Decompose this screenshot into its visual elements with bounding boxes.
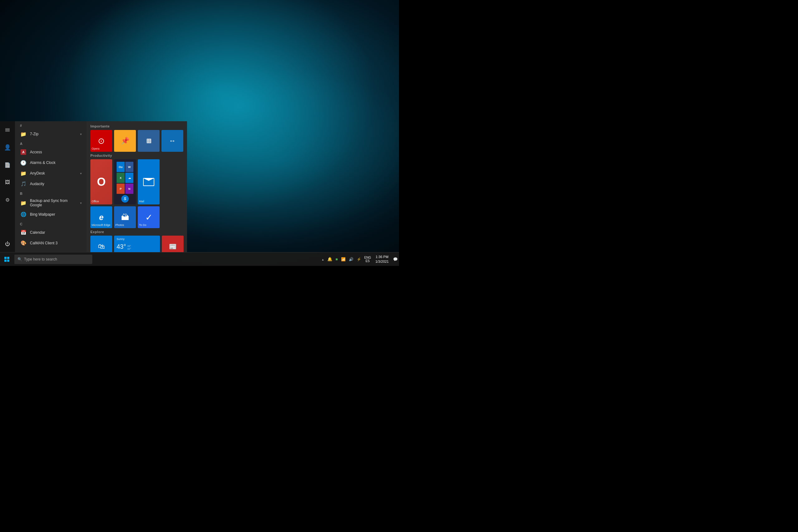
tile-office[interactable]: O Office	[90, 159, 112, 205]
office-icon: O	[97, 175, 106, 189]
time-display: 1:36 PM	[376, 254, 388, 259]
sidebar-power[interactable]: ⏻	[1, 238, 14, 250]
windows-logo-icon	[4, 257, 10, 262]
edge-icon: e	[99, 212, 103, 222]
tile-teamviewer[interactable]: ↔	[162, 130, 183, 152]
weather-high: 43°	[127, 245, 131, 247]
productivity-tiles-row-1: O Office Ou W X	[90, 159, 183, 205]
tile-microsoft-store[interactable]: 🛍 Microsoft Store	[90, 235, 112, 252]
mail-tile-label: Mail	[139, 200, 144, 203]
date-display: 1/3/2021	[375, 259, 389, 264]
chevron-up-icon: ▲	[321, 258, 324, 261]
weather-range: 43° 32°	[127, 245, 131, 250]
tile-opera[interactable]: ⊙ Opera	[90, 130, 112, 152]
start-sidebar: 👤 📄 🖼 ⚙ ⏻	[0, 121, 15, 252]
region-label: ES	[366, 259, 370, 263]
sidebar-pictures[interactable]: 🖼	[1, 176, 14, 189]
productivity-tiles-row-2: e Microsoft Edge 🏔 Photos ✓ To Do	[90, 206, 183, 228]
app-item-bing-wallpaper[interactable]: 🌐 Bing Wallpaper	[15, 209, 87, 220]
tiles-section-productivity: Productivity	[90, 154, 183, 157]
tray-icon-volume[interactable]: 🔊	[347, 256, 355, 262]
language-label: ENG	[364, 256, 371, 259]
taskbar-search-bar[interactable]: 🔍 Type here to search	[14, 254, 92, 264]
tray-icon-task-manager[interactable]: ■	[334, 256, 339, 262]
taskbar: 🔍 Type here to search ▲ 🔔 ■ 📶 🔊 ⚡ ENG ES…	[0, 252, 399, 266]
expand-icon-7zip: ▾	[80, 132, 82, 136]
vmware-icon: ⊞	[146, 137, 152, 145]
importante-tiles-row: ⊙ Opera 📌 ⊞ ↔	[90, 130, 183, 152]
app-name-bing-wallpaper: Bing Wallpaper	[30, 212, 82, 216]
office-suite-grid: Ou W X ☁ P	[115, 160, 135, 195]
tile-mail[interactable]: Mail	[138, 159, 159, 205]
suite-onenote: N	[125, 184, 133, 194]
start-menu: 👤 📄 🖼 ⚙ ⏻ # 📁 7-Zip ▾ A A Access 🕐 Alarm…	[0, 121, 187, 252]
app-name-alarms-clock: Alarms & Clock	[30, 160, 82, 165]
suite-word: W	[125, 162, 133, 172]
tile-to-do[interactable]: ✓ To Do	[138, 206, 159, 228]
app-name-access: Access	[30, 150, 82, 154]
tiles-section-importante: Importante	[90, 125, 183, 128]
tile-sticky-notes[interactable]: 📌	[114, 130, 136, 152]
search-placeholder: Type here to search	[24, 257, 57, 262]
app-list[interactable]: # 📁 7-Zip ▾ A A Access 🕐 Alarms & Clock …	[15, 121, 87, 252]
sidebar-user[interactable]: 👤	[1, 141, 14, 154]
search-icon: 🔍	[17, 257, 22, 262]
tile-microsoft-edge[interactable]: e Microsoft Edge	[90, 206, 112, 228]
system-clock[interactable]: 1:36 PM 1/3/2021	[373, 254, 391, 264]
folder-icon-anydesk: 📁	[20, 170, 27, 177]
edge-tile-label: Microsoft Edge	[92, 224, 110, 227]
app-item-calman[interactable]: 🎨 CalMAN Client 3	[15, 238, 87, 248]
teamviewer-icon: ↔	[169, 137, 176, 145]
app-name-backup-sync: Backup and Sync from Google	[30, 198, 77, 207]
folder-icon: 📁	[20, 131, 27, 137]
weather-low: 32°	[127, 247, 131, 250]
expand-icon-backup: ▾	[80, 201, 82, 205]
app-item-alarms-clock[interactable]: 🕐 Alarms & Clock	[15, 157, 87, 168]
folder-icon-backup: 📁	[20, 200, 27, 206]
tray-icon-bluetooth[interactable]: ⚡	[355, 256, 363, 262]
app-name-7zip: 7-Zip	[30, 132, 77, 136]
tile-office-suite[interactable]: Ou W X ☁ P	[114, 159, 136, 205]
sidebar-documents[interactable]: 📄	[1, 159, 14, 171]
hamburger-icon	[5, 128, 10, 132]
app-item-7zip[interactable]: 📁 7-Zip ▾	[15, 129, 87, 139]
audacity-icon: 🎵	[20, 180, 27, 187]
weather-temp: 43°	[117, 243, 126, 250]
action-center-button[interactable]: 💬	[392, 256, 399, 262]
sidebar-settings[interactable]: ⚙	[1, 193, 14, 206]
section-header-a: A	[15, 139, 87, 147]
tiles-section-explore: Explore	[90, 230, 183, 234]
mail-icon	[143, 178, 154, 186]
app-name-calman: CalMAN Client 3	[30, 241, 82, 245]
start-button[interactable]	[0, 252, 14, 266]
system-tray: ▲ 🔔 ■ 📶 🔊 ⚡ ENG ES 1:36 PM 1/3/2021 💬	[320, 254, 399, 264]
show-hidden-icons-button[interactable]: ▲	[320, 257, 325, 262]
sticky-icon: 📌	[121, 137, 129, 145]
suite-outlook: Ou	[117, 162, 125, 172]
office-tile-label: Office	[92, 200, 99, 203]
calendar-icon: 📅	[20, 229, 27, 236]
suite-onedrive: ☁	[125, 173, 133, 183]
app-name-calendar: Calendar	[30, 230, 82, 235]
tile-weather[interactable]: Sunny 43° 43° 32° Madrid	[114, 235, 160, 252]
app-item-audacity[interactable]: 🎵 Audacity	[15, 178, 87, 189]
app-item-access[interactable]: A Access	[15, 147, 87, 157]
tile-vmware[interactable]: ⊞	[138, 130, 159, 152]
access-icon: A	[20, 149, 27, 155]
tray-icon-wifi[interactable]: 📶	[340, 256, 347, 262]
app-item-calendar[interactable]: 📅 Calendar	[15, 227, 87, 238]
tile-photos[interactable]: 🏔 Photos	[114, 206, 136, 228]
todo-icon: ✓	[145, 212, 152, 223]
sidebar-hamburger[interactable]	[1, 124, 14, 136]
section-header-c: C	[15, 220, 87, 227]
weather-condition: Sunny	[117, 238, 125, 241]
tray-icon-notification[interactable]: 🔔	[326, 256, 334, 262]
language-indicator[interactable]: ENG ES	[363, 256, 373, 263]
alarms-icon: 🕐	[20, 159, 27, 166]
app-item-backup-sync[interactable]: 📁 Backup and Sync from Google ▾	[15, 197, 87, 209]
todo-tile-label: To Do	[139, 224, 147, 227]
photos-tile-label: Photos	[115, 224, 124, 227]
tile-news[interactable]: 📰 News	[162, 235, 184, 252]
opera-label: Opera	[92, 147, 99, 151]
app-item-anydesk[interactable]: 📁 AnyDesk ▾	[15, 168, 87, 178]
